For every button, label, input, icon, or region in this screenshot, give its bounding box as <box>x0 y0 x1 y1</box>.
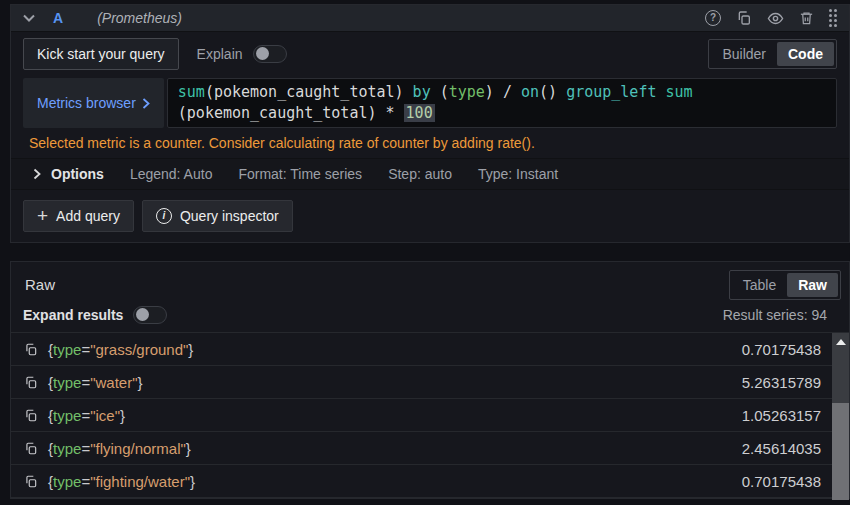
expand-results-toggle[interactable] <box>133 306 167 324</box>
query-ref-id: A <box>53 10 63 26</box>
series-label: {type="ice"} <box>48 407 125 424</box>
series-label: {type="fighting/water"} <box>48 473 195 490</box>
metrics-browser-button[interactable]: Metrics browser <box>23 78 164 128</box>
options-collapsed-row[interactable]: Options Legend: Auto Format: Time series… <box>11 158 849 190</box>
query-editor-pane: A (Prometheus) ? Kick start your query E… <box>10 4 850 243</box>
results-view-switch: Table Raw <box>729 270 841 300</box>
copy-icon[interactable] <box>24 408 38 423</box>
result-row: {type="flying/normal"}2.45614035 <box>11 432 849 465</box>
result-row: {type="water"}5.26315789 <box>11 366 849 399</box>
copy-icon[interactable] <box>24 342 38 357</box>
table-view-button[interactable]: Table <box>732 273 787 297</box>
series-value: 0.70175438 <box>742 341 835 358</box>
explain-toggle[interactable] <box>253 45 287 63</box>
add-query-button[interactable]: + Add query <box>23 200 134 232</box>
query-inspector-button[interactable]: i Query inspector <box>142 200 293 232</box>
query-header[interactable]: A (Prometheus) ? <box>11 5 849 32</box>
editor-mode-switch: Builder Code <box>708 39 837 69</box>
counter-warning-text: Selected metric is a counter. Consider c… <box>23 128 837 158</box>
promql-code-editor[interactable]: sum(pokemon_caught_total) by (type) / on… <box>167 78 837 128</box>
help-icon[interactable]: ? <box>705 10 721 26</box>
series-value: 0.70175438 <box>742 473 835 490</box>
collapse-chevron-down-icon[interactable] <box>23 14 35 22</box>
result-series-count: Result series: 94 <box>723 307 827 323</box>
copy-icon[interactable] <box>24 375 38 390</box>
series-label: {type="flying/normal"} <box>48 440 191 457</box>
raw-view-button[interactable]: Raw <box>787 273 838 297</box>
options-step: Step: auto <box>388 166 452 182</box>
results-pane: Raw Table Raw Expand results Result seri… <box>10 261 850 499</box>
remove-query-trash-icon[interactable] <box>799 10 814 26</box>
chevron-right-icon <box>142 98 150 109</box>
scrollbar-thumb[interactable] <box>832 403 849 500</box>
copy-icon[interactable] <box>24 474 38 489</box>
info-icon: i <box>156 208 172 224</box>
duplicate-query-icon[interactable] <box>736 10 752 26</box>
options-legend: Legend: Auto <box>130 166 213 182</box>
series-value: 1.05263157 <box>742 407 835 424</box>
result-rows-list: {type="grass/ground"}0.70175438{type="wa… <box>11 332 849 498</box>
series-label: {type="water"} <box>48 374 143 391</box>
options-format: Format: Time series <box>238 166 362 182</box>
options-type: Type: Instant <box>478 166 558 182</box>
hide-response-eye-icon[interactable] <box>767 10 784 27</box>
series-label: {type="grass/ground"} <box>48 341 193 358</box>
drag-handle-icon[interactable] <box>829 9 837 27</box>
options-label: Options <box>51 166 104 182</box>
expand-results-label: Expand results <box>23 307 123 323</box>
copy-icon[interactable] <box>24 441 38 456</box>
result-row: {type="fighting/water"}0.70175438 <box>11 465 849 498</box>
result-row: {type="grass/ground"}0.70175438 <box>11 333 849 366</box>
kick-start-query-button[interactable]: Kick start your query <box>23 38 179 70</box>
results-scrollbar[interactable] <box>832 333 849 500</box>
scrollbar-up-arrow[interactable] <box>832 333 849 350</box>
results-title: Raw <box>25 276 55 293</box>
options-chevron-right-icon <box>33 168 41 180</box>
builder-mode-button[interactable]: Builder <box>711 42 777 66</box>
plus-icon: + <box>37 206 48 225</box>
series-value: 2.45614035 <box>742 440 835 457</box>
datasource-name: (Prometheus) <box>97 10 182 26</box>
result-row: {type="ice"}1.05263157 <box>11 399 849 432</box>
code-mode-button[interactable]: Code <box>777 42 834 66</box>
series-value: 5.26315789 <box>742 374 835 391</box>
explain-label: Explain <box>197 46 243 62</box>
